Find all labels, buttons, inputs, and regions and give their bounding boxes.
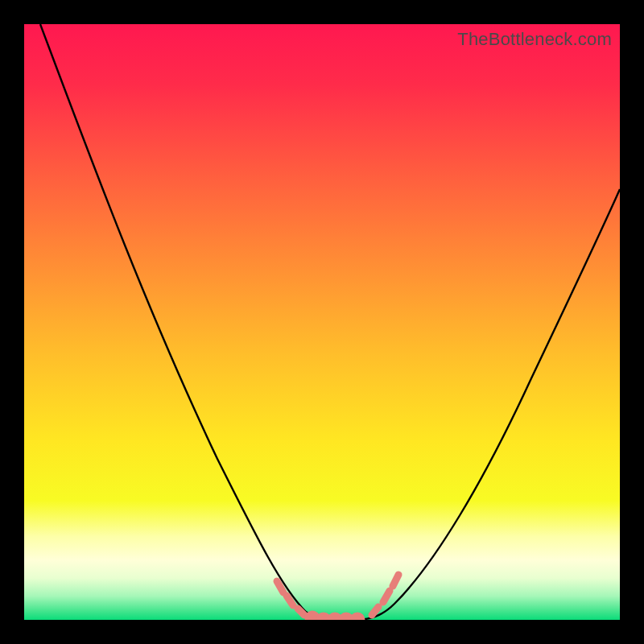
right-curve: [354, 189, 620, 620]
curves-layer: [24, 24, 620, 620]
chart-frame: TheBottleneck.com: [0, 0, 644, 644]
svg-line-3: [298, 609, 304, 615]
svg-line-9: [372, 607, 378, 615]
left-curve: [40, 24, 330, 620]
valley-markers: [277, 575, 398, 620]
svg-line-2: [287, 596, 293, 605]
svg-point-4: [308, 614, 316, 620]
plot-area: TheBottleneck.com: [24, 24, 620, 620]
svg-line-10: [383, 591, 390, 602]
svg-line-11: [393, 575, 398, 586]
svg-point-7: [342, 616, 350, 620]
svg-point-8: [353, 616, 361, 620]
svg-point-6: [331, 616, 339, 620]
svg-point-5: [320, 616, 328, 620]
watermark-text: TheBottleneck.com: [457, 29, 612, 50]
